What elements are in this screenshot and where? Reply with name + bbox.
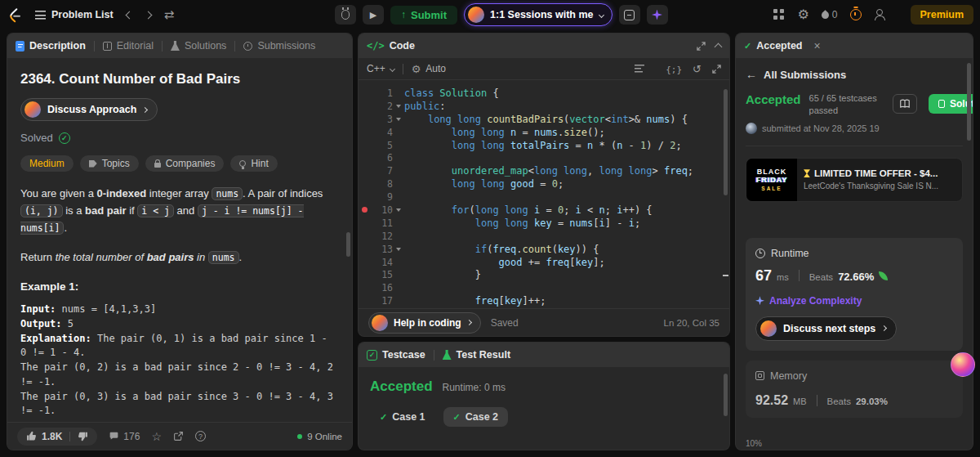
dislike-button[interactable] (78, 431, 88, 441)
code-line[interactable]: 4 long long n = nums.size(); (359, 126, 729, 139)
case-tabs: ✓ Case 1 ✓ Case 2 (370, 407, 718, 427)
description-footer: 1.8K 176 ☆ ? 9 Online (7, 422, 352, 450)
hint-chip[interactable]: Hint (230, 155, 277, 172)
code-line[interactable]: 14 good += freq[key]; (359, 256, 729, 269)
ai-assistant-button[interactable] (647, 5, 668, 25)
submit-button[interactable]: ↑ Submit (390, 6, 457, 25)
help-in-coding-button[interactable]: Help in coding (368, 312, 481, 334)
timer-button[interactable] (850, 9, 862, 20)
apps-button[interactable] (773, 9, 785, 20)
code-line[interactable]: 7 unordered_map<long long, long long> fr… (359, 164, 729, 177)
discuss-next-steps-button[interactable]: Discuss next steps (755, 316, 897, 341)
code-line[interactable]: 10 for(long long i = 0; i < n; i++) { (359, 204, 729, 217)
compare-solutions-button[interactable] (893, 94, 917, 114)
streak-button[interactable]: 0 (822, 9, 838, 20)
fold-caret-icon[interactable] (396, 248, 401, 251)
memory-header[interactable]: Memory (755, 370, 953, 382)
code-line[interactable]: 6 (359, 151, 729, 164)
format-code-button[interactable] (635, 63, 644, 75)
fold-caret-icon[interactable] (396, 118, 401, 121)
sessions-pill-button[interactable]: 1:1 Sessions with me (464, 3, 612, 26)
breakpoint-icon[interactable] (362, 207, 368, 213)
floating-session-avatar[interactable] (951, 352, 975, 377)
memory-value: 92.52 (755, 393, 788, 408)
code-text: class Solution { (404, 87, 499, 99)
code-tab-label: Code (390, 40, 415, 52)
runtime-label: Runtime (771, 248, 809, 259)
code-line[interactable]: 2public: (359, 100, 729, 113)
code-editor[interactable]: 1class Solution {2public:3 long long cou… (359, 81, 729, 308)
random-problem-button[interactable]: ⇄ (164, 7, 175, 22)
notes-button[interactable] (619, 5, 640, 25)
fullscreen-button[interactable] (712, 65, 721, 74)
difficulty-badge[interactable]: Medium (20, 155, 74, 172)
black-friday-image: BLACK FRIDAY SALE (746, 159, 797, 201)
description-panel: Description Editorial Solutions Submissi… (7, 33, 353, 450)
favorite-button[interactable]: ☆ (151, 430, 162, 443)
discuss-approach-button[interactable]: Discuss Approach (20, 98, 158, 121)
code-line[interactable]: 11 long long key = nums[i] - i; (359, 217, 729, 230)
testcase-scrollbar[interactable] (724, 374, 728, 416)
code-line[interactable]: 5 long long totalPairs = n * (n - 1) / 2… (359, 139, 729, 152)
submission-tabbar: ✓ Accepted × (736, 34, 973, 58)
tab-editorial[interactable]: Editorial (103, 40, 154, 52)
maximize-panel-button[interactable] (697, 42, 706, 51)
language-selector[interactable]: C++ (367, 63, 394, 74)
submission-status: Accepted (746, 92, 801, 106)
fold-caret-icon[interactable] (396, 208, 401, 212)
code-line[interactable]: 12 (359, 230, 729, 243)
tab-test-result[interactable]: Test Result (443, 349, 510, 361)
fold-caret-icon[interactable] (396, 105, 401, 108)
tab-accepted-result[interactable]: ✓ Accepted × (744, 39, 821, 52)
case-2-button[interactable]: ✓ Case 2 (443, 407, 509, 427)
description-scrollbar[interactable] (346, 232, 350, 257)
submission-content: ← All Submissions Accepted 65 / 65 testc… (736, 58, 973, 450)
close-tab-button[interactable]: × (814, 39, 821, 52)
all-submissions-back-button[interactable]: ← All Submissions (746, 68, 846, 81)
tab-testcase[interactable]: ✓ Testcase (367, 349, 425, 361)
divider (817, 395, 817, 406)
code-line[interactable]: 13 if(freq.count(key)) { (359, 243, 729, 256)
analyze-complexity-link[interactable]: Analyze Complexity (755, 295, 862, 307)
tab-description[interactable]: Description (16, 40, 86, 52)
premium-label: Premium (920, 9, 964, 20)
next-problem-button[interactable] (145, 12, 151, 18)
case-1-button[interactable]: ✓ Case 1 (370, 407, 435, 427)
runtime-header[interactable]: Runtime (755, 248, 953, 259)
editor-scrollbar[interactable] (724, 89, 728, 195)
companies-chip[interactable]: Companies (145, 155, 225, 172)
reset-code-button[interactable]: ↺ (693, 63, 702, 75)
code-line[interactable]: 3 long long countBadPairs(vector<int>& n… (359, 113, 729, 126)
code-line[interactable]: 15 } (359, 268, 729, 281)
comments-button[interactable]: 176 (109, 431, 140, 442)
code-line[interactable]: 1class Solution { (359, 87, 729, 100)
topics-chip[interactable]: Topics (80, 155, 139, 172)
problem-list-button[interactable]: Problem List (35, 9, 114, 20)
promo-banner[interactable]: BLACK FRIDAY SALE LIMITED TIME OFFER - $… (746, 158, 963, 202)
chart-axis-tick: 10% (746, 439, 963, 448)
invite-button[interactable] (874, 9, 886, 20)
chevron-right-icon (142, 106, 148, 112)
like-button[interactable]: 1.8K (26, 431, 62, 442)
auto-toggle[interactable]: ⚙ Auto (412, 63, 446, 74)
feedback-button[interactable]: ? (195, 431, 206, 441)
settings-button[interactable]: ⚙ (797, 8, 808, 21)
submission-scrollbar[interactable] (967, 63, 971, 141)
run-button[interactable]: ▶ (363, 5, 384, 25)
share-button[interactable] (173, 431, 184, 441)
collapse-panel-button[interactable] (715, 40, 721, 52)
tab-submissions[interactable]: Submissions (243, 40, 315, 52)
premium-button[interactable]: Premium (911, 5, 974, 25)
tab-solutions[interactable]: Solutions (171, 40, 226, 52)
submission-panel: ✓ Accepted × ← All Submissions Accepted … (735, 33, 973, 450)
leetcode-logo-icon (7, 7, 22, 24)
code-line[interactable]: 9 (359, 190, 729, 204)
prev-problem-button[interactable] (127, 12, 132, 18)
code-line[interactable]: 17 freq[key]++; (359, 294, 729, 307)
code-line[interactable]: 16 (359, 281, 729, 294)
code-line[interactable]: 8 long long good = 0; (359, 177, 729, 190)
leetcode-logo[interactable] (7, 7, 22, 24)
debugger-button[interactable] (335, 5, 356, 25)
tab-code[interactable]: </> Code (367, 40, 415, 52)
snippets-button[interactable]: {;} (666, 63, 682, 75)
